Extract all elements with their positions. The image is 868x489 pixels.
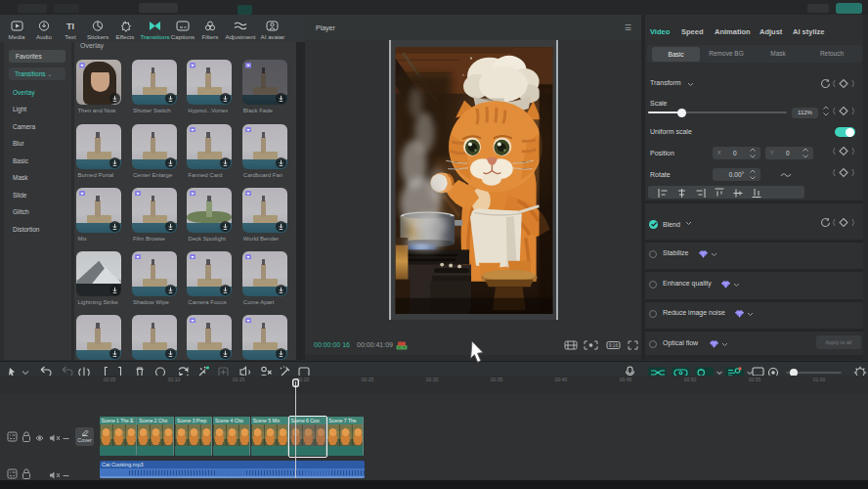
svg-text:Media: Media (9, 33, 25, 40)
svg-text:Transitions: Transitions (140, 33, 169, 40)
svg-text:Filters: Filters (202, 33, 219, 40)
svg-text:TI: TI (66, 22, 74, 31)
svg-text:Text: Text (65, 33, 76, 40)
svg-text:AI avatar: AI avatar (261, 33, 285, 40)
svg-text:Audio: Audio (36, 33, 52, 40)
svg-text:9:16: 9:16 (609, 342, 619, 348)
svg-text:Stickers: Stickers (87, 33, 108, 40)
svg-text:Captions: Captions (171, 33, 195, 40)
svg-text:Effects: Effects (116, 33, 135, 40)
svg-text:Adjustment: Adjustment (226, 33, 256, 40)
